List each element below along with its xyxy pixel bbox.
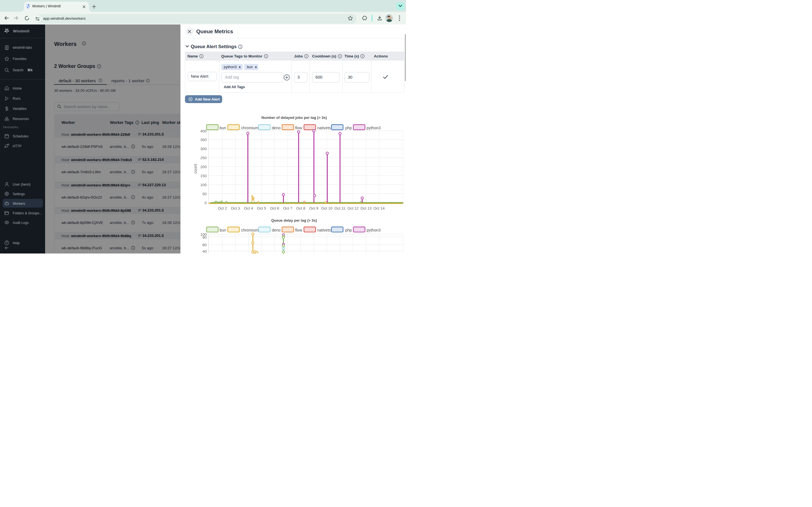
svg-text:bun: bun	[220, 228, 226, 232]
svg-text:nativets: nativets	[317, 126, 331, 130]
svg-text:Oct 2: Oct 2	[218, 206, 227, 210]
svg-text:flow: flow	[295, 228, 303, 232]
svg-text:chromium: chromium	[241, 228, 258, 232]
svg-text:count: count	[193, 164, 198, 173]
svg-text:Oct 9: Oct 9	[309, 206, 318, 210]
svg-text:250: 250	[200, 156, 207, 160]
svg-text:bun: bun	[220, 126, 226, 130]
svg-text:Queue delay per tag (> 3s): Queue delay per tag (> 3s)	[271, 218, 317, 223]
svg-text:60: 60	[202, 243, 207, 247]
svg-text:Number of delayed jobs per tag: Number of delayed jobs per tag (> 3s)	[261, 115, 327, 120]
svg-text:350: 350	[200, 138, 207, 142]
svg-text:200: 200	[200, 165, 207, 169]
svg-text:Oct 4: Oct 4	[244, 206, 253, 210]
svg-text:Oct 13: Oct 13	[360, 206, 371, 210]
svg-text:chromium: chromium	[241, 126, 258, 130]
svg-text:Oct 10: Oct 10	[321, 206, 333, 210]
svg-text:deno: deno	[272, 228, 281, 232]
svg-text:50: 50	[202, 192, 207, 196]
svg-text:Oct 3: Oct 3	[231, 206, 240, 210]
svg-text:Oct 11: Oct 11	[335, 206, 345, 210]
svg-text:python3: python3	[366, 228, 380, 232]
svg-text:Oct 7: Oct 7	[283, 206, 292, 210]
svg-text:Oct 14: Oct 14	[373, 206, 385, 210]
svg-text:php: php	[345, 126, 352, 130]
svg-text:deno: deno	[272, 126, 281, 130]
svg-text:python3: python3	[366, 126, 380, 130]
svg-text:0: 0	[204, 201, 207, 205]
svg-text:40: 40	[202, 249, 207, 253]
svg-text:400: 400	[200, 129, 207, 133]
svg-text:Oct 12: Oct 12	[347, 206, 359, 210]
svg-text:php: php	[345, 228, 352, 232]
svg-text:nativets: nativets	[317, 228, 331, 232]
svg-text:Oct 6: Oct 6	[270, 206, 279, 210]
svg-text:Oct 8: Oct 8	[296, 206, 305, 210]
svg-text:flow: flow	[295, 126, 303, 130]
svg-text:80: 80	[202, 235, 207, 239]
svg-text:Oct 5: Oct 5	[257, 206, 266, 210]
svg-text:100: 100	[200, 183, 207, 187]
svg-text:300: 300	[200, 147, 207, 151]
svg-text:150: 150	[200, 174, 207, 178]
